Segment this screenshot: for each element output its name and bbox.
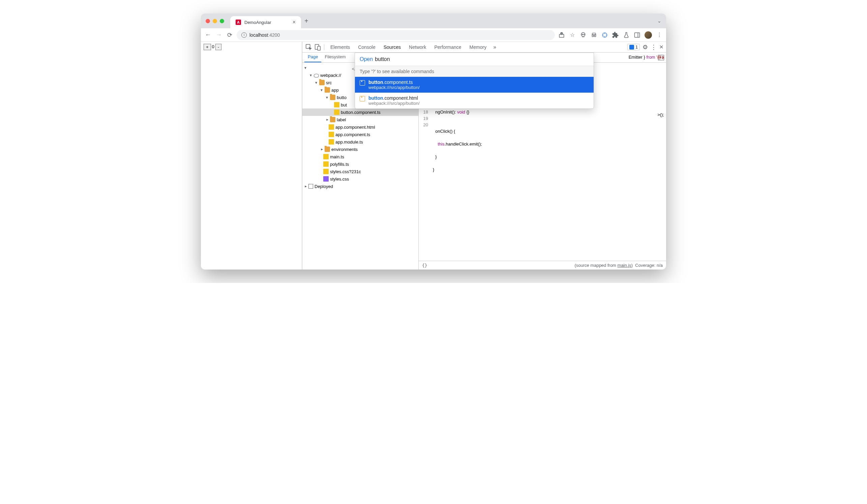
tree-app-component-ts[interactable]: app.component.ts	[302, 131, 418, 138]
share-icon[interactable]	[558, 32, 565, 39]
tree-polyfills-ts[interactable]: polyfills.ts	[302, 160, 418, 168]
more-tabs-icon[interactable]: »	[491, 44, 498, 50]
cloud-icon	[314, 74, 319, 77]
tree-deployed[interactable]: ▼Deployed	[302, 183, 418, 190]
tab-performance[interactable]: Performance	[431, 42, 464, 52]
tab-network[interactable]: Network	[406, 42, 429, 52]
tree-label[interactable]: ▼label	[302, 116, 418, 123]
folder-icon	[330, 117, 335, 122]
folder-icon	[319, 80, 325, 85]
open-file-dialog: Open button Type '?' to see available co…	[355, 53, 594, 109]
extension-skull-icon[interactable]	[580, 32, 587, 39]
tabs-dropdown-icon[interactable]: ⌄	[657, 18, 661, 24]
favicon-icon: A	[236, 20, 241, 25]
page-content: + 0 -	[201, 42, 302, 270]
browser-window: A DemoAngular × + ⌄ ← → ⟳ i localhost:42…	[201, 13, 666, 270]
new-tab-button[interactable]: +	[304, 17, 309, 25]
open-result-1[interactable]: button.component.html webpack:///src/app…	[355, 92, 593, 109]
folder-icon	[325, 87, 330, 92]
inspect-icon[interactable]	[305, 43, 312, 51]
close-devtools-icon[interactable]: ×	[659, 43, 663, 51]
tab-sources[interactable]: Sources	[380, 42, 404, 52]
file-icon	[329, 139, 334, 144]
pretty-print-button[interactable]: {}	[422, 263, 427, 268]
tree-styles-css[interactable]: styles.css	[302, 175, 418, 183]
tree-button-component-ts[interactable]: button.component.ts	[302, 109, 418, 116]
chrome-menu-icon[interactable]: ⋮	[656, 32, 663, 39]
extensions-icon[interactable]	[612, 32, 619, 39]
browser-tab[interactable]: A DemoAngular ×	[230, 16, 301, 28]
tab-title: DemoAngular	[244, 20, 271, 25]
file-icon	[323, 176, 329, 182]
address-bar: ← → ⟳ i localhost:4200 ☆ ⋮	[201, 28, 666, 42]
folder-icon	[325, 146, 330, 152]
device-toggle-icon[interactable]	[314, 43, 321, 51]
open-dialog-hint: Type '?' to see available commands	[355, 66, 593, 77]
open-label: Open	[360, 56, 373, 62]
tree-app-component-html[interactable]: app.component.html	[302, 123, 418, 131]
folder-icon	[330, 95, 335, 100]
close-tab-icon[interactable]: ×	[292, 19, 296, 25]
labs-icon[interactable]	[623, 32, 630, 39]
side-panel-icon[interactable]	[634, 32, 641, 39]
open-dialog-input[interactable]: Open button	[355, 53, 593, 66]
separator	[324, 44, 324, 50]
window-controls	[206, 19, 224, 23]
counter-controls: + 0 -	[204, 44, 299, 50]
file-icon	[329, 132, 334, 137]
devtools-menu-icon[interactable]: ⋮	[651, 43, 657, 51]
svg-point-2	[584, 34, 585, 35]
devtools-body: Page Filesystem ▼</>Authored ▼webpack://…	[302, 53, 666, 270]
content-area: + 0 - Elements Console Sources Network P…	[201, 42, 666, 270]
editor-status-bar: {} (source mapped from main.js) Coverage…	[419, 261, 666, 270]
status-text: (source mapped from main.js) Coverage: n…	[575, 263, 663, 268]
tab-console[interactable]: Console	[355, 42, 378, 52]
tree-styles-css-q[interactable]: styles.css?231c	[302, 168, 418, 175]
open-query: button	[375, 56, 390, 62]
subtab-filesystem[interactable]: Filesystem	[321, 53, 349, 62]
extension-lighthouse-icon[interactable]	[601, 32, 608, 39]
issues-count: 1	[635, 44, 638, 50]
issues-icon	[629, 45, 634, 50]
file-icon	[329, 124, 334, 130]
file-icon	[334, 109, 340, 115]
tree-environments[interactable]: ▼environments	[302, 145, 418, 153]
open-result-0[interactable]: button.component.ts webpack:///src/app/b…	[355, 77, 593, 92]
issues-button[interactable]: 1	[627, 44, 640, 50]
file-icon	[334, 102, 340, 108]
subtab-page[interactable]: Page	[304, 53, 321, 62]
svg-rect-6	[635, 33, 640, 37]
bookmark-icon[interactable]: ☆	[569, 32, 576, 39]
reload-button[interactable]: ⟳	[226, 31, 233, 39]
devtools: Elements Console Sources Network Perform…	[302, 42, 666, 270]
svg-point-4	[594, 35, 596, 37]
file-icon	[323, 154, 329, 160]
toolbar-actions: ☆ ⋮	[558, 31, 663, 39]
url-text: localhost:4200	[249, 32, 280, 38]
minus-button[interactable]: -	[215, 44, 222, 50]
source-map-link[interactable]: main.js	[618, 263, 631, 268]
forward-button[interactable]: →	[215, 31, 223, 39]
site-info-icon[interactable]: i	[242, 32, 247, 38]
devtools-toolbar: Elements Console Sources Network Perform…	[302, 42, 666, 53]
minimize-window[interactable]	[213, 19, 217, 23]
tab-elements[interactable]: Elements	[327, 42, 353, 52]
file-icon	[323, 169, 329, 174]
svg-point-1	[582, 34, 583, 35]
box-icon	[309, 184, 313, 189]
file-result-icon	[360, 80, 365, 86]
tab-memory[interactable]: Memory	[466, 42, 490, 52]
svg-point-3	[592, 35, 593, 37]
tree-app-module-ts[interactable]: app.module.ts	[302, 138, 418, 145]
close-window[interactable]	[206, 19, 210, 23]
plus-button[interactable]: +	[204, 44, 211, 50]
profile-avatar[interactable]	[644, 31, 652, 39]
counter-value: 0	[211, 44, 215, 50]
back-button[interactable]: ←	[204, 31, 212, 39]
tree-main-ts[interactable]: main.ts	[302, 153, 418, 160]
svg-rect-10	[318, 46, 320, 50]
extension-incognito-icon[interactable]	[591, 32, 597, 39]
zoom-window[interactable]	[220, 19, 224, 23]
omnibox[interactable]: i localhost:4200	[237, 30, 555, 40]
settings-icon[interactable]: ⚙	[642, 43, 648, 51]
